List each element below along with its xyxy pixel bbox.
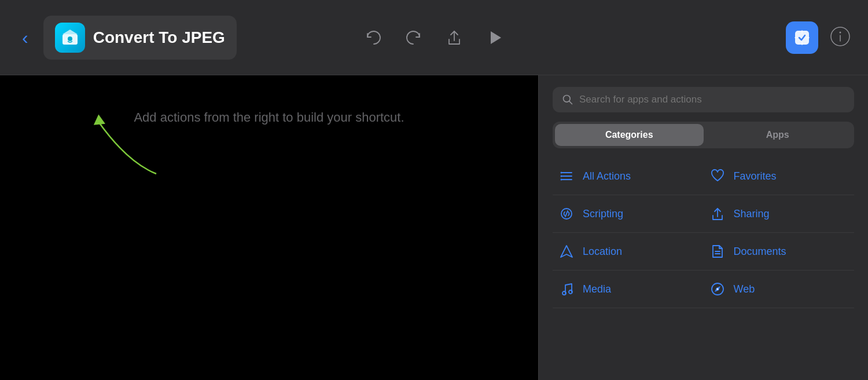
- share-button[interactable]: [446, 29, 463, 46]
- center-section: [295, 29, 573, 46]
- categories-grid: All Actions Favorites: [553, 158, 854, 308]
- category-item-sharing[interactable]: Sharing: [704, 195, 855, 233]
- main-content: Add actions from the right to build your…: [0, 75, 868, 380]
- top-bar: ‹ Convert To JPEG: [0, 0, 868, 75]
- svg-point-26: [716, 288, 718, 290]
- undo-button[interactable]: [365, 29, 382, 46]
- sharing-label: Sharing: [734, 208, 770, 220]
- left-section: ‹ Convert To JPEG: [17, 16, 295, 60]
- segmented-control: Categories Apps: [553, 122, 854, 148]
- svg-line-18: [565, 211, 568, 217]
- document-icon: [709, 243, 726, 260]
- right-section: [573, 21, 851, 54]
- heart-icon: [709, 168, 726, 184]
- svg-point-16: [561, 179, 562, 181]
- music-icon: [558, 281, 575, 297]
- back-button[interactable]: ‹: [17, 24, 33, 52]
- apps-tab[interactable]: Apps: [704, 124, 852, 146]
- favorites-label: Favorites: [734, 170, 777, 182]
- info-button[interactable]: [830, 26, 851, 49]
- svg-marker-3: [491, 31, 501, 44]
- svg-point-2: [68, 36, 72, 41]
- shortcut-title: Convert To JPEG: [93, 28, 225, 47]
- category-item-web[interactable]: Web: [704, 271, 855, 308]
- location-icon: [558, 243, 575, 260]
- svg-marker-1: [62, 30, 78, 34]
- media-label: Media: [583, 283, 611, 295]
- documents-label: Documents: [734, 246, 786, 258]
- category-item-documents[interactable]: Documents: [704, 233, 855, 271]
- location-label: Location: [583, 246, 622, 258]
- redo-button[interactable]: [405, 29, 422, 46]
- shortcut-icon-svg: [61, 28, 79, 47]
- editor-panel: Add actions from the right to build your…: [0, 75, 538, 380]
- svg-point-15: [561, 176, 562, 177]
- category-item-all-actions[interactable]: All Actions: [553, 158, 704, 195]
- action-library-button[interactable]: [786, 21, 818, 54]
- run-button[interactable]: [486, 29, 503, 46]
- share-icon: [709, 206, 726, 222]
- svg-point-14: [561, 172, 562, 174]
- category-item-favorites[interactable]: Favorites: [704, 158, 855, 195]
- svg-point-7: [840, 32, 841, 34]
- category-item-location[interactable]: Location: [553, 233, 704, 271]
- svg-marker-19: [561, 246, 572, 257]
- compass-icon: [709, 281, 726, 297]
- categories-tab[interactable]: Categories: [555, 124, 704, 146]
- search-bar: [553, 87, 854, 112]
- web-label: Web: [734, 283, 755, 295]
- shortcut-title-box: Convert To JPEG: [43, 16, 237, 60]
- shortcut-icon: [55, 23, 85, 53]
- actions-panel: Categories Apps All Actions: [538, 75, 868, 380]
- editor-placeholder: Add actions from the right to build your…: [134, 110, 404, 125]
- category-item-scripting[interactable]: Scripting: [553, 195, 704, 233]
- all-actions-label: All Actions: [583, 170, 631, 182]
- script-icon: [558, 206, 575, 222]
- search-icon: [562, 94, 573, 105]
- category-item-media[interactable]: Media: [553, 271, 704, 308]
- svg-line-10: [569, 101, 572, 104]
- search-input[interactable]: [579, 94, 845, 105]
- list-icon: [558, 168, 575, 184]
- info-icon: [830, 26, 851, 47]
- scripting-label: Scripting: [583, 208, 623, 220]
- action-library-icon: [793, 29, 811, 46]
